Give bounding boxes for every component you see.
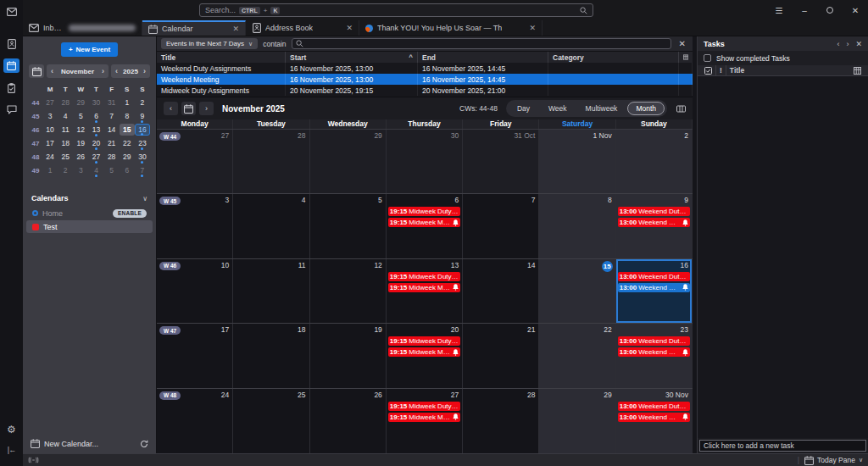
minical-day[interactable]: 26: [73, 151, 88, 163]
previous-period-button[interactable]: ‹: [164, 102, 178, 115]
minical-day[interactable]: 29: [120, 151, 135, 163]
event-weekend-duty-assignments[interactable]: 13:00Weekend Duty Assignments: [618, 272, 690, 281]
day-cell-5[interactable]: 5: [310, 194, 387, 258]
event-weekend-duty-assignments[interactable]: 13:00Weekend Duty Assignments: [618, 336, 690, 346]
day-cell-12[interactable]: 12: [310, 259, 387, 323]
event-weekend-meeting[interactable]: 13:00Weekend Meeting: [618, 347, 690, 357]
event-list-row[interactable]: Weekend Duty Assignments16 November 2025…: [157, 63, 693, 74]
tasks-forward-button[interactable]: ›: [846, 40, 849, 48]
sync-calendars-icon[interactable]: [140, 440, 148, 448]
event-weekend-meeting[interactable]: 13:00Weekend Meeting: [618, 413, 690, 422]
tasks-back-button[interactable]: ‹: [837, 40, 839, 48]
day-cell-13[interactable]: 1319:15Midweek Duty Assignments19:15Midw…: [387, 259, 463, 323]
tab-calendar[interactable]: Calendar✕: [142, 20, 246, 36]
event-midweek-meeting[interactable]: 19:15Midweek Meeting: [388, 413, 460, 422]
minical-day[interactable]: 13: [88, 124, 103, 136]
task-completed-column-icon[interactable]: [701, 65, 716, 75]
day-cell-28[interactable]: 28: [233, 130, 309, 193]
day-cell-17[interactable]: W 4717: [157, 324, 233, 387]
event-filter-input[interactable]: [292, 38, 671, 49]
minical-day[interactable]: 5: [104, 164, 120, 176]
minical-day[interactable]: 28: [58, 97, 73, 108]
minical-day[interactable]: 18: [58, 137, 73, 149]
rotate-view-icon[interactable]: [676, 104, 686, 114]
day-cell-29[interactable]: 29: [310, 130, 387, 193]
day-cell-24[interactable]: W 4824: [157, 389, 233, 453]
day-cell-3[interactable]: W 453: [157, 194, 233, 258]
tab-close-icon[interactable]: ✕: [227, 25, 239, 33]
close-button[interactable]: ✕: [843, 0, 868, 20]
minical-day[interactable]: 7: [135, 164, 150, 176]
new-event-button[interactable]: + New Event: [61, 42, 118, 57]
minical-day[interactable]: 20: [88, 137, 103, 149]
minical-day[interactable]: 4: [58, 110, 73, 122]
collapse-sidebar-button[interactable]: |←: [3, 444, 19, 458]
column-picker-icon[interactable]: [850, 65, 865, 75]
view-tab-week[interactable]: Week: [540, 102, 576, 115]
minical-day[interactable]: 3: [42, 110, 58, 122]
view-tab-month[interactable]: Month: [627, 102, 665, 115]
day-cell-6[interactable]: 619:15Midweek Duty Assignments19:15Midwe…: [387, 194, 463, 258]
day-cell-27[interactable]: W 4427: [157, 130, 233, 193]
prev-year-button[interactable]: ‹: [115, 67, 118, 75]
minimize-button[interactable]: –: [792, 0, 817, 20]
rail-address-book-button[interactable]: [3, 36, 19, 51]
minical-day[interactable]: 1: [42, 164, 58, 176]
day-cell-16[interactable]: 1613:00Weekend Duty Assignments13:00Week…: [616, 259, 693, 323]
close-filter-icon[interactable]: ✕: [676, 39, 688, 48]
day-cell-11[interactable]: 11: [233, 259, 309, 323]
minical-day[interactable]: 25: [58, 151, 73, 163]
column-header-title[interactable]: Title: [157, 52, 286, 63]
tab-close-icon[interactable]: ✕: [341, 24, 353, 32]
column-header-end[interactable]: End: [418, 52, 548, 63]
event-midweek-duty-assignments[interactable]: 19:15Midweek Duty Assignments: [388, 272, 460, 281]
tab-inbox-[interactable]: Inbox -: [23, 20, 142, 36]
day-cell-10[interactable]: W 4610: [157, 259, 233, 323]
tab-thank-you-you-help-us-soar-th[interactable]: Thank YOU! You Help Us Soar — Th✕: [359, 20, 542, 36]
day-cell-25[interactable]: 25: [233, 389, 309, 453]
minical-day[interactable]: 19: [73, 137, 88, 149]
column-header-category[interactable]: Category: [548, 52, 679, 63]
add-task-input[interactable]: Click here to add a new task: [699, 440, 866, 452]
minical-day[interactable]: 17: [42, 137, 58, 149]
tab-close-icon[interactable]: ✕: [524, 24, 536, 32]
restore-button[interactable]: [817, 0, 843, 20]
minical-today-button[interactable]: [29, 64, 44, 78]
day-cell-21[interactable]: 21: [463, 324, 539, 387]
enable-badge[interactable]: ENABLE: [113, 209, 147, 218]
minical-day[interactable]: 27: [42, 97, 58, 108]
day-cell-20[interactable]: 2019:15Midweek Duty Assignments19:15Midw…: [387, 324, 463, 387]
day-cell-8[interactable]: 8: [539, 194, 615, 258]
event-weekend-meeting[interactable]: 13:00Weekend Meeting: [618, 283, 690, 292]
minical-day[interactable]: 2: [135, 97, 150, 108]
minical-day[interactable]: 21: [104, 137, 120, 149]
event-midweek-duty-assignments[interactable]: 19:15Midweek Duty Assignments: [388, 207, 460, 216]
minical-day[interactable]: 12: [73, 124, 88, 136]
day-cell-9[interactable]: 913:00Weekend Duty Assignments13:00Weeke…: [616, 194, 693, 258]
calendars-section-header[interactable]: Calendars ∨: [23, 194, 156, 206]
day-cell-19[interactable]: 19: [310, 324, 387, 387]
day-cell-7[interactable]: 7: [463, 194, 539, 258]
settings-button[interactable]: ⚙: [3, 422, 19, 436]
minical-day[interactable]: 7: [104, 110, 120, 122]
minical-day[interactable]: 24: [42, 151, 58, 163]
event-list-row[interactable]: Weekend Meeting16 November 2025, 13:0016…: [157, 74, 693, 85]
show-completed-checkbox[interactable]: [704, 54, 711, 62]
minical-day[interactable]: 30: [135, 151, 150, 163]
event-midweek-meeting[interactable]: 19:15Midweek Meeting: [388, 283, 460, 292]
column-header-start[interactable]: Start^: [286, 52, 418, 63]
minical-day[interactable]: 11: [58, 124, 73, 136]
rail-tasks-button[interactable]: [3, 80, 19, 95]
minical-day[interactable]: 16: [135, 124, 150, 136]
day-cell-2[interactable]: 2: [616, 130, 693, 193]
task-priority-column[interactable]: !: [716, 65, 726, 75]
day-cell-29[interactable]: 29: [539, 389, 615, 453]
minical-day[interactable]: 14: [104, 124, 120, 136]
minical-day[interactable]: 31: [104, 97, 120, 108]
event-midweek-duty-assignments[interactable]: 19:15Midweek Duty Assignments: [388, 402, 460, 411]
tasks-list-empty[interactable]: [698, 76, 868, 438]
minical-day[interactable]: 9: [135, 110, 150, 122]
next-period-button[interactable]: ›: [199, 102, 214, 115]
event-midweek-meeting[interactable]: 19:15Midweek Meeting: [388, 218, 460, 227]
event-midweek-meeting[interactable]: 19:15Midweek Meeting: [388, 347, 460, 357]
